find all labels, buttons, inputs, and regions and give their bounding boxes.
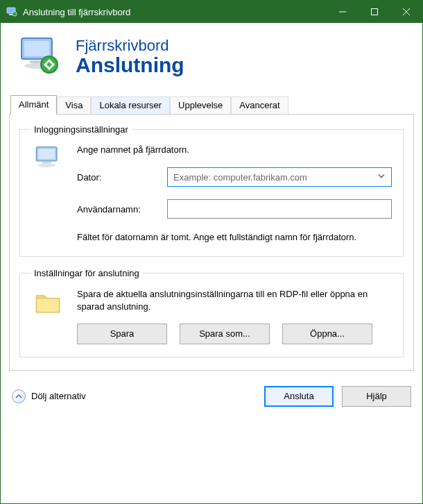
- window-title: Anslutning till fjärrskrivbord: [23, 7, 327, 17]
- chevron-up-icon: [12, 389, 26, 403]
- tab-advanced[interactable]: Avancerat: [231, 96, 288, 114]
- header-text: Fjärrskrivbord Anslutning: [76, 37, 184, 76]
- tab-experience[interactable]: Upplevelse: [170, 96, 231, 114]
- svg-point-15: [37, 164, 55, 168]
- titlebar: Anslutning till fjärrskrivbord: [1, 1, 422, 23]
- connect-button[interactable]: Ansluta: [264, 386, 334, 407]
- header-line2: Anslutning: [76, 55, 184, 76]
- svg-rect-8: [24, 41, 49, 56]
- svg-rect-14: [42, 162, 51, 164]
- header: Fjärrskrivbord Anslutning: [1, 23, 422, 95]
- logon-hint: Fältet för datornamn är tomt. Ange ett f…: [77, 231, 392, 244]
- tab-panel-general: Inloggningsinställningar Ange namnet på …: [9, 114, 414, 371]
- save-as-button[interactable]: Spara som...: [180, 324, 270, 344]
- connection-description: Spara de aktuella anslutningsinställning…: [77, 288, 392, 313]
- computer-placeholder: Example: computer.fabrikam.com: [173, 172, 307, 183]
- svg-point-11: [41, 56, 58, 73]
- group-connection-legend: Inställningar för anslutning: [31, 268, 142, 278]
- maximize-button[interactable]: [359, 1, 390, 23]
- app-icon: [6, 6, 17, 17]
- open-button[interactable]: Öppna...: [282, 324, 372, 344]
- close-button[interactable]: [390, 1, 422, 23]
- help-button[interactable]: Hjälp: [342, 386, 411, 407]
- computer-icon: [31, 144, 64, 244]
- chevron-down-icon: [377, 172, 386, 183]
- group-logon-legend: Inloggningsinställningar: [31, 124, 131, 135]
- svg-rect-4: [372, 9, 378, 15]
- svg-point-2: [12, 12, 17, 16]
- logon-instruction: Ange namnet på fjärrdatorn.: [77, 144, 392, 155]
- folder-icon: [31, 288, 64, 344]
- footer: Dölj alternativ Ansluta Hjälp: [1, 379, 422, 417]
- minimize-button[interactable]: [327, 1, 359, 23]
- username-label: Användarnamn:: [77, 204, 167, 215]
- computer-label: Dator:: [77, 172, 167, 183]
- toggle-options[interactable]: Dölj alternativ: [12, 389, 86, 403]
- group-logon-settings: Inloggningsinställningar Ange namnet på …: [19, 124, 404, 257]
- toggle-options-label: Dölj alternativ: [31, 391, 86, 401]
- tab-strip: Allmänt Visa Lokala resurser Upplevelse …: [1, 95, 422, 114]
- tab-general[interactable]: Allmänt: [10, 95, 57, 115]
- rdp-icon: [17, 34, 62, 78]
- username-input[interactable]: [167, 199, 392, 219]
- tab-display[interactable]: Visa: [57, 96, 91, 114]
- group-connection-settings: Inställningar för anslutning Spara de ak…: [19, 268, 404, 357]
- svg-rect-13: [38, 149, 55, 159]
- computer-combobox[interactable]: Example: computer.fabrikam.com: [167, 167, 392, 187]
- header-line1: Fjärrskrivbord: [76, 37, 184, 55]
- window-controls: [327, 1, 422, 23]
- tab-local-resources[interactable]: Lokala resurser: [91, 96, 170, 114]
- save-button[interactable]: Spara: [77, 324, 167, 344]
